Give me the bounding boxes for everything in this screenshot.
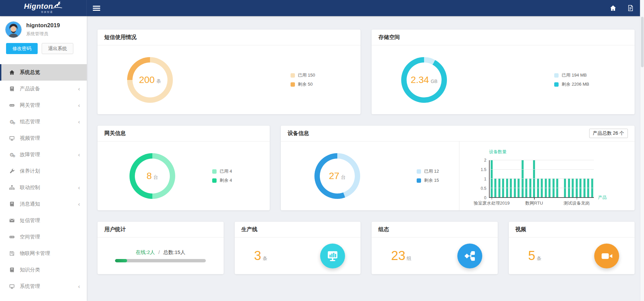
deer-icon	[51, 0, 63, 11]
chevron-left-icon: ‹	[78, 86, 80, 92]
sidebar-item-system-mgmt[interactable]: 系统管理‹	[0, 278, 87, 295]
sidebar-item-linkage-control[interactable]: 联动控制‹	[0, 179, 87, 196]
legend-swatch	[554, 73, 559, 78]
dashboard-app: Hignton 华辰智通 hignton2019 系统管理员 修改	[0, 0, 644, 301]
scada-count: 23	[391, 249, 405, 263]
logout-button[interactable]: 退出系统	[42, 43, 73, 54]
video-unit: 条	[537, 256, 541, 262]
bar-chart-y-tick-label: 2	[484, 158, 487, 163]
book-icon	[8, 201, 15, 207]
chevron-left-icon: ‹	[78, 283, 80, 290]
card-title: 网关信息	[98, 126, 270, 141]
legend-row[interactable]: 剩余 50	[291, 81, 315, 87]
gears-icon: ⚙⚙	[8, 119, 15, 124]
device-donut-chart: 27 台	[314, 153, 360, 199]
sidebar-item-label: 知识分类	[20, 267, 40, 273]
bar-chart-x-tick-label: 验室废水处理2019	[474, 200, 510, 206]
envelope-icon	[8, 218, 15, 223]
legend-label: 已用 194 MB	[562, 72, 586, 78]
production-chart-icon[interactable]	[320, 244, 345, 268]
hamburger-icon[interactable]	[93, 5, 100, 12]
avatar[interactable]	[5, 22, 22, 38]
brand-logo[interactable]: Hignton 华辰智通	[0, 0, 87, 16]
sms-donut-chart: 200 条	[127, 57, 173, 103]
document-icon[interactable]	[627, 5, 634, 11]
bar-chart-x-axis-name: 产品	[598, 195, 607, 201]
legend-row[interactable]: 已用 194 MB	[554, 72, 589, 78]
sidebar-item-label: 组态管理	[20, 119, 40, 125]
online-users-text: 在线:2人	[136, 249, 155, 255]
sidebar-item-knowledge-category[interactable]: 知识分类	[0, 262, 87, 278]
legend-row[interactable]: 已用 150	[291, 72, 315, 78]
sidebar-item-message-notify[interactable]: 消息通知‹	[0, 196, 87, 212]
change-password-button[interactable]: 修改密码	[6, 43, 38, 54]
sidebar-item-gateway-mgmt[interactable]: 网关管理‹	[0, 97, 87, 114]
sidebar-item-fault-mgmt[interactable]: ⚙⚙故障管理‹	[0, 146, 87, 163]
legend-row[interactable]: 已用 12	[417, 168, 439, 174]
bar	[559, 160, 563, 197]
floppy-icon	[8, 251, 15, 256]
chevron-left-icon: ‹	[78, 152, 80, 158]
book-icon	[8, 86, 15, 92]
bar	[555, 160, 559, 197]
legend-row[interactable]: 剩余 4	[212, 177, 232, 183]
monitor-icon	[8, 135, 15, 141]
sidebar-item-maintenance-plan[interactable]: 保养计划	[0, 163, 87, 179]
legend-row[interactable]: 剩余 15	[417, 177, 439, 183]
legend-row[interactable]: 已用 4	[212, 168, 232, 174]
sidebar-item-label: 网关管理	[20, 102, 40, 109]
storage-donut-chart: 2.34 GB	[401, 57, 447, 103]
bar	[525, 160, 528, 197]
sms-total: 200	[139, 75, 155, 85]
user-name: hignton2019	[26, 22, 60, 29]
bar	[586, 160, 590, 197]
sidebar-item-label: 系统管理	[20, 283, 40, 290]
online-users-progressbar	[115, 259, 206, 262]
sms-unit: 条	[156, 78, 161, 84]
video-camera-icon[interactable]	[594, 244, 619, 268]
gateway-legend: 已用 4剩余 4	[212, 168, 232, 183]
legend-swatch	[291, 73, 295, 78]
bar	[548, 160, 552, 197]
total-users-text: 总数:15人	[163, 249, 185, 255]
bar	[590, 160, 594, 197]
sidebar-item-scada-mgmt[interactable]: ⚙⚙组态管理‹	[0, 114, 87, 130]
card-title: 短信使用情况	[98, 30, 361, 45]
production-unit: 条	[263, 256, 267, 262]
scrollbar[interactable]	[640, 0, 644, 301]
sidebar-item-label: 短信管理	[20, 217, 40, 224]
legend-label: 剩余 4	[220, 177, 232, 183]
legend-swatch	[212, 169, 217, 174]
bar	[513, 160, 517, 197]
legend-label: 已用 150	[298, 72, 315, 78]
storage-unit: GB	[431, 79, 438, 84]
card-title: 组态	[372, 222, 498, 238]
production-line-card: 生产线 3 条	[235, 222, 361, 274]
legend-row[interactable]: 剩余 2206 MB	[554, 81, 589, 87]
sidebar-item-space-mgmt[interactable]: 空间管理	[0, 229, 87, 245]
scrollbar-thumb[interactable]	[641, 17, 644, 67]
sidebar-item-iot-card-mgmt[interactable]: 物联网卡管理	[0, 245, 87, 262]
card-title: 用户统计	[98, 222, 224, 238]
bar	[490, 160, 493, 197]
bar	[521, 160, 524, 197]
sidebar-item-product-device[interactable]: 产品设备‹	[0, 81, 87, 97]
bar	[494, 160, 497, 197]
sidebar-item-label: 产品设备	[20, 86, 40, 92]
home-icon[interactable]	[610, 5, 616, 11]
main-content: 短信使用情况 200 条 已用 150剩余 50 存储空间	[87, 16, 640, 301]
flowchart-icon[interactable]	[457, 244, 482, 268]
legend-swatch	[417, 169, 421, 174]
legend-swatch	[417, 178, 421, 183]
bar	[501, 160, 505, 197]
sidebar-item-label: 故障管理	[20, 152, 40, 158]
sidebar-item-video-mgmt[interactable]: 视频管理	[0, 130, 87, 146]
sidebar-item-system-overview[interactable]: 系统总览	[0, 64, 87, 81]
sidebar-item-sms-mgmt[interactable]: 短信管理	[0, 212, 87, 229]
bar-chart-plot: 验室废水处理2019数网RTU测试设备龙岗	[489, 160, 594, 198]
bar	[497, 160, 501, 197]
bar	[517, 160, 521, 197]
product-total-badge[interactable]: 产品总数 26 个	[589, 129, 628, 138]
bar	[582, 160, 586, 197]
sidebar-item-label: 联动控制	[20, 184, 40, 191]
